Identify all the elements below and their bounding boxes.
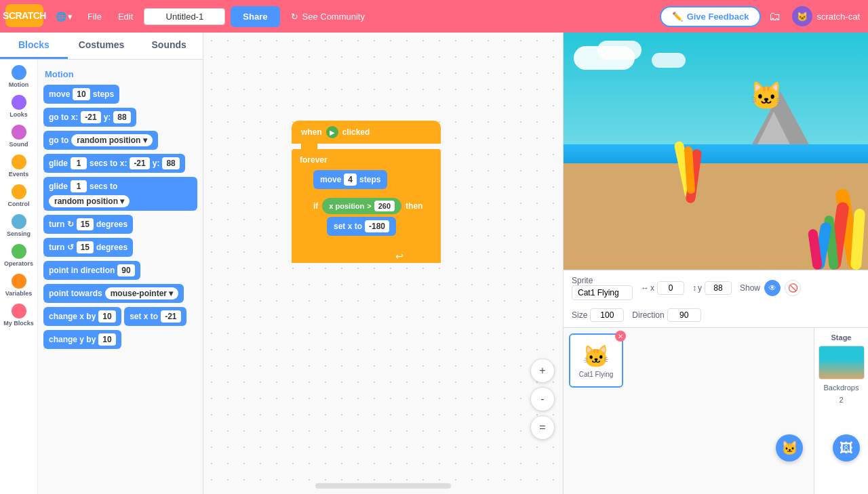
- add-backdrop-button[interactable]: 🖼: [833, 434, 860, 461]
- block-set-x[interactable]: set x to -21: [124, 307, 186, 326]
- see-community-button[interactable]: ↻ See Community: [285, 9, 370, 24]
- sidebar-item-sensing[interactable]: Sensing: [2, 211, 36, 240]
- stage-panel: Stage Backdrops 2: [814, 328, 868, 494]
- block-glide-random[interactable]: glide 1 secs to random position ▾: [43, 177, 197, 211]
- stage-panel-label: Stage: [831, 333, 852, 342]
- show-toggle: Show 👁 🚫: [740, 280, 801, 296]
- globe-button[interactable]: 🌐 ▾: [52, 9, 77, 24]
- block-glide-xy[interactable]: glide 1 secs to x: -21 y: 88: [43, 154, 185, 173]
- plants-area: [801, 148, 868, 270]
- folder-icon[interactable]: 🗂: [766, 7, 784, 26]
- username-label: scratch-cat: [816, 12, 860, 22]
- add-sprite-button[interactable]: 🐱: [776, 434, 803, 461]
- direction-input[interactable]: [667, 308, 701, 322]
- forever-block[interactable]: forever move 4 steps if: [292, 149, 441, 263]
- block-goto-xy[interactable]: go to x: -21 y: 88: [43, 108, 136, 127]
- show-visible-button[interactable]: 👁: [764, 280, 781, 296]
- sprites-list: ✕ 🐱 Cat1 Flying: [564, 328, 814, 494]
- zoom-controls: + - =: [530, 358, 555, 440]
- globe-icon: 🌐: [56, 12, 66, 22]
- avatar: 🐱: [792, 6, 812, 26]
- horizontal-scrollbar[interactable]: [315, 483, 451, 489]
- sidebar-item-control[interactable]: Control: [2, 182, 36, 210]
- main-area: Blocks Costumes Sounds Motion Looks Soun…: [0, 33, 868, 494]
- user-area[interactable]: 🐱 scratch-cat: [789, 6, 863, 26]
- events-label: Events: [9, 171, 29, 178]
- block-point-direction[interactable]: point in direction 90: [43, 261, 140, 280]
- share-button[interactable]: Share: [231, 6, 279, 27]
- size-input[interactable]: [590, 308, 624, 322]
- scene-view: 🐱: [564, 33, 868, 270]
- sidebar-item-operators[interactable]: Operators: [2, 241, 36, 270]
- myblocks-label: My Blocks: [3, 320, 34, 327]
- zoom-fit-button[interactable]: =: [530, 415, 555, 440]
- sound-label: Sound: [9, 141, 28, 148]
- x-value-input[interactable]: [657, 281, 684, 295]
- block-change-y[interactable]: change y by 10: [43, 330, 121, 349]
- direction-field: Direction: [632, 308, 701, 322]
- cat-sprite-stage: 🐱: [749, 80, 783, 112]
- category-sidebar: Motion Looks Sound Events Control: [0, 60, 38, 494]
- sprite-thumbnail-cat1flying[interactable]: ✕ 🐱 Cat1 Flying: [569, 333, 623, 388]
- block-turn-cw[interactable]: turn ↻ 15 degrees: [43, 215, 133, 234]
- sidebar-item-sound[interactable]: Sound: [2, 122, 36, 150]
- backdrops-label: Backdrops: [824, 384, 859, 392]
- block-point-towards[interactable]: point towards mouse-pointer ▾: [43, 284, 184, 303]
- stage-area: ⚑ ⬛ ⊡ ⊞ ⛶: [564, 33, 868, 270]
- show-label: Show: [740, 283, 760, 293]
- globe-arrow: ▾: [68, 12, 73, 22]
- community-icon: ↻: [291, 12, 298, 22]
- top-nav: SCRATCH 🌐 ▾ File Edit Untitled-1 Share ↻…: [0, 0, 868, 33]
- zoom-in-button[interactable]: +: [530, 358, 555, 383]
- zoom-out-button[interactable]: -: [530, 387, 555, 411]
- tabs-bar: Blocks Costumes Sounds: [0, 33, 203, 60]
- edit-menu[interactable]: Edit: [113, 9, 138, 24]
- code-block-stack: when ▶ clicked forever move 4 steps: [292, 121, 441, 263]
- block-turn-ccw[interactable]: turn ↺ 15 degrees: [43, 238, 133, 257]
- sensing-label: Sensing: [7, 230, 31, 237]
- operators-label: Operators: [4, 260, 33, 267]
- sprite-name-input[interactable]: [572, 285, 633, 300]
- sprites-panel: ✕ 🐱 Cat1 Flying Stage Backdrops 2: [564, 328, 868, 494]
- green-flag-icon: ▶: [326, 126, 338, 138]
- condition-block[interactable]: x position > 260: [322, 198, 401, 214]
- sprite-delete-button[interactable]: ✕: [615, 331, 626, 342]
- variables-label: Variables: [5, 290, 33, 297]
- control-label: Control: [8, 201, 30, 207]
- code-canvas[interactable]: when ▶ clicked forever move 4 steps: [203, 33, 563, 494]
- backdrops-count: 2: [839, 396, 843, 404]
- set-x-to-block[interactable]: set x to -180: [327, 217, 396, 236]
- x-coord: ↔ x: [641, 281, 684, 295]
- forever-body: move 4 steps if x position > 26: [300, 165, 433, 249]
- sidebar-item-myblocks[interactable]: My Blocks: [2, 301, 36, 329]
- when-flag-clicked-block[interactable]: when ▶ clicked: [292, 121, 441, 144]
- block-goto-random[interactable]: go to random position ▾: [43, 131, 158, 150]
- tab-sounds[interactable]: Sounds: [135, 33, 203, 59]
- give-feedback-button[interactable]: ✏️ Give Feedback: [660, 6, 762, 27]
- if-then-block[interactable]: if x position > 260 then set x to: [313, 195, 433, 247]
- backdrop-plus-icon: 🖼: [840, 440, 853, 456]
- y-value-input[interactable]: [705, 281, 732, 295]
- project-name-input[interactable]: Untitled-1: [144, 8, 225, 25]
- sidebar-item-motion[interactable]: Motion: [2, 62, 36, 91]
- right-panel: ⚑ ⬛ ⊡ ⊞ ⛶: [563, 33, 868, 494]
- y-coord: ↕ y: [692, 281, 732, 295]
- looks-label: Looks: [9, 111, 28, 118]
- block-change-x[interactable]: change x by 10: [43, 307, 121, 326]
- move-4-steps-block[interactable]: move 4 steps: [313, 170, 387, 189]
- tab-blocks[interactable]: Blocks: [0, 33, 68, 59]
- sidebar-item-variables[interactable]: Variables: [2, 271, 36, 300]
- tab-costumes[interactable]: Costumes: [68, 33, 136, 59]
- show-hidden-button[interactable]: 🚫: [785, 280, 801, 296]
- file-menu[interactable]: File: [82, 9, 107, 24]
- sidebar-item-events[interactable]: Events: [2, 152, 36, 180]
- block-move-steps[interactable]: move 10 steps: [43, 85, 119, 104]
- cat-plus-icon: 🐱: [781, 440, 798, 456]
- sidebar-item-looks[interactable]: Looks: [2, 92, 36, 121]
- stage-thumbnail[interactable]: [818, 346, 865, 379]
- category-heading: Motion: [45, 69, 196, 79]
- scratch-logo[interactable]: SCRATCH: [5, 4, 46, 28]
- motion-label: Motion: [9, 81, 29, 88]
- sprite-thumb-label: Cat1 Flying: [579, 371, 614, 378]
- sprite-info-panel: Sprite ↔ x ↕ y Show 👁 🚫: [564, 270, 868, 328]
